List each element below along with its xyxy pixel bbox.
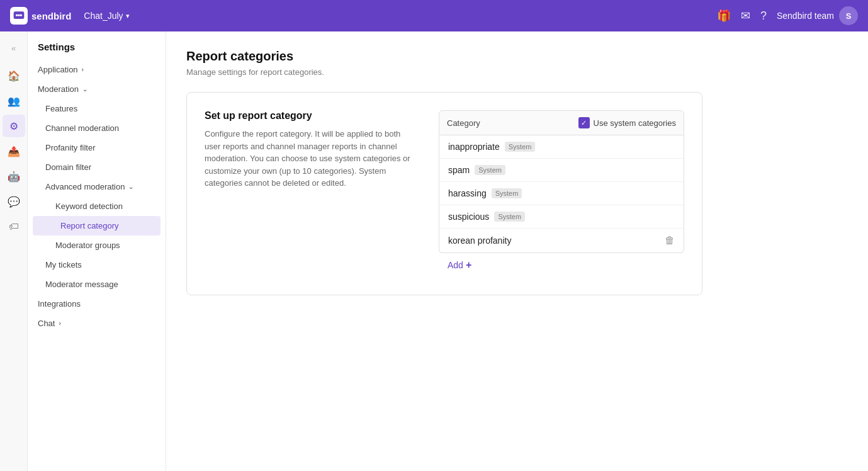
chat-chevron: › <box>59 320 60 327</box>
sidebar-item-moderator-message[interactable]: Moderator message <box>28 275 166 294</box>
category-name-inappropriate: inappropriate <box>448 142 500 152</box>
system-badge-spam: System <box>475 165 505 175</box>
svg-point-3 <box>20 14 22 16</box>
app-name: Chat_July <box>84 11 123 21</box>
category-row-harassing: harassing System <box>439 182 684 205</box>
report-category-card: Set up report category Configure the rep… <box>186 92 702 295</box>
category-row-korean-profanity: korean profanity 🗑 <box>439 229 684 253</box>
brand-name: sendbird <box>31 11 71 21</box>
category-row-inappropriate: inappropriate System <box>439 135 684 159</box>
mail-icon[interactable]: ✉ <box>741 9 750 23</box>
topnav: sendbird Chat_July ▾ 🎁 ✉ ? Sendbird team… <box>0 0 868 31</box>
sidebar-item-profanity-filter[interactable]: Profanity filter <box>28 138 166 157</box>
settings-icon-nav[interactable]: ⚙ <box>3 115 25 137</box>
category-name-suspicious: suspicious <box>448 212 489 222</box>
advanced-chevron: ⌄ <box>128 183 133 190</box>
svg-point-2 <box>18 14 20 16</box>
add-label: Add <box>448 260 463 270</box>
moderation-chevron: ⌄ <box>82 86 87 93</box>
sidebar-item-channel-moderation[interactable]: Channel moderation <box>28 118 166 138</box>
bot-icon-nav[interactable]: 🤖 <box>3 165 25 188</box>
card-description: Configure the report category. It will b… <box>205 128 419 190</box>
main-content: Report categories Manage settings for re… <box>166 31 868 471</box>
topnav-right: 🎁 ✉ ? Sendbird team S <box>717 6 858 25</box>
badge-icon-nav[interactable]: 🏷 <box>3 215 25 238</box>
sidebar-item-chat[interactable]: Chat › <box>28 314 166 333</box>
add-category-button[interactable]: Add + <box>439 253 684 277</box>
card-left: Set up report category Configure the rep… <box>205 110 419 277</box>
sidebar-item-domain-filter[interactable]: Domain filter <box>28 157 166 177</box>
category-name-spam: spam <box>448 165 470 175</box>
chat-icon-nav[interactable]: 💬 <box>3 190 25 213</box>
help-icon[interactable]: ? <box>760 9 767 23</box>
use-system-label: Use system categories <box>594 118 677 128</box>
collapse-button[interactable]: « <box>3 37 25 59</box>
users-icon-nav[interactable]: 👥 <box>3 89 25 112</box>
page-title: Report categories <box>186 49 848 64</box>
category-row-suspicious: suspicious System <box>439 205 684 229</box>
add-plus-icon: + <box>466 259 471 271</box>
sidebar-item-integrations[interactable]: Integrations <box>28 294 166 314</box>
system-badge-suspicious: System <box>494 212 525 222</box>
sidebar-item-keyword-detection[interactable]: Keyword detection <box>28 196 166 216</box>
sidebar-item-my-tickets[interactable]: My tickets <box>28 255 166 275</box>
send-icon-nav[interactable]: 📤 <box>3 140 25 162</box>
gift-icon[interactable]: 🎁 <box>717 9 731 23</box>
sidebar-item-application[interactable]: Application › <box>28 60 166 79</box>
svg-point-1 <box>16 14 18 16</box>
home-icon-nav[interactable]: 🏠 <box>3 64 25 87</box>
logo: sendbird <box>10 7 71 25</box>
main-layout: « 🏠 👥 ⚙ 📤 🤖 💬 🏷 Settings Application › M… <box>0 31 868 471</box>
system-badge-inappropriate: System <box>505 142 536 152</box>
sidebar-item-moderation[interactable]: Moderation ⌄ <box>28 79 166 99</box>
use-system-checkbox[interactable]: ✓ <box>578 117 590 128</box>
nav-sidebar: Settings Application › Moderation ⌄ Feat… <box>28 31 166 471</box>
category-name-korean-profanity: korean profanity <box>448 236 511 246</box>
sidebar-item-features[interactable]: Features <box>28 99 166 118</box>
avatar: S <box>839 6 858 25</box>
page-subtitle: Manage settings for report categories. <box>186 67 848 77</box>
sidebar-item-report-category[interactable]: Report category <box>33 216 161 236</box>
logo-icon <box>10 7 28 25</box>
category-row-spam: spam System <box>439 159 684 182</box>
sidebar-item-moderator-groups[interactable]: Moderator groups <box>28 236 166 255</box>
sidebar-item-advanced-moderation[interactable]: Advanced moderation ⌄ <box>28 177 166 196</box>
delete-category-button[interactable]: 🗑 <box>665 235 675 246</box>
user-menu[interactable]: Sendbird team S <box>777 6 858 25</box>
system-badge-harassing: System <box>492 188 522 198</box>
category-header: Category ✓ Use system categories <box>439 110 684 135</box>
app-selector[interactable]: Chat_July ▾ <box>79 8 134 23</box>
app-selector-chevron: ▾ <box>126 12 130 20</box>
icon-sidebar: « 🏠 👥 ⚙ 📤 🤖 💬 🏷 <box>0 31 28 471</box>
card-right: Category ✓ Use system categories inappro… <box>439 110 684 277</box>
category-name-harassing: harassing <box>448 188 487 198</box>
category-column-label: Category <box>447 118 480 128</box>
sidebar-title: Settings <box>28 42 166 60</box>
use-system-toggle[interactable]: ✓ Use system categories <box>578 117 677 128</box>
card-title: Set up report category <box>205 110 419 122</box>
application-chevron: › <box>82 66 84 73</box>
user-name: Sendbird team <box>777 11 834 21</box>
category-list: inappropriate System spam System harassi… <box>439 135 684 253</box>
